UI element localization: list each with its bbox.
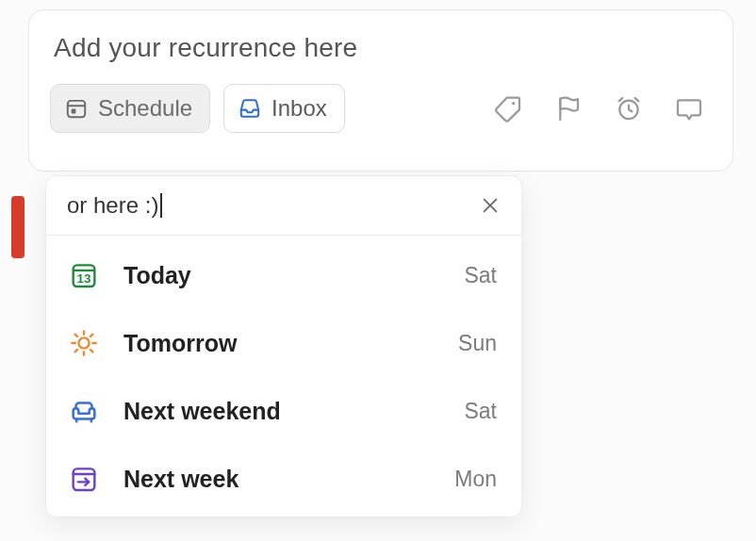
- svg-line-16: [75, 350, 77, 352]
- close-icon[interactable]: [476, 191, 504, 220]
- popover-search-text: or here :): [67, 192, 158, 219]
- popover-search-input[interactable]: or here :): [67, 192, 476, 219]
- inbox-button-label: Inbox: [271, 95, 327, 122]
- tag-icon[interactable]: [491, 91, 525, 125]
- app-accent-strip: [11, 196, 25, 258]
- calendar-today-icon: 13: [67, 258, 101, 292]
- svg-rect-20: [74, 468, 95, 490]
- option-label: Today: [123, 262, 464, 289]
- task-card: Add your recurrence here Schedule: [28, 9, 733, 172]
- svg-rect-2: [72, 109, 76, 114]
- task-actions-row: Schedule Inbox: [50, 84, 712, 133]
- schedule-option-next-week[interactable]: Next week Mon: [46, 445, 521, 513]
- inbox-icon: [238, 96, 262, 121]
- divider: [46, 235, 521, 236]
- alarm-icon[interactable]: [612, 91, 646, 125]
- option-label: Tomorrow: [123, 330, 458, 357]
- text-caret: [160, 193, 162, 218]
- flag-icon[interactable]: [551, 91, 585, 125]
- inbox-button[interactable]: Inbox: [223, 84, 345, 133]
- option-day: Sat: [464, 399, 497, 424]
- calendar-icon: [64, 96, 89, 121]
- svg-line-15: [90, 350, 92, 352]
- sun-icon: [67, 326, 101, 360]
- option-day: Sat: [464, 263, 497, 288]
- task-tool-icons: [491, 91, 712, 125]
- comment-icon[interactable]: [672, 91, 706, 125]
- popover-search-row: or here :): [46, 176, 521, 235]
- svg-point-9: [78, 337, 89, 348]
- schedule-option-next-weekend[interactable]: Next weekend Sat: [46, 377, 521, 445]
- svg-line-17: [90, 335, 92, 336]
- calendar-date-num: 13: [77, 271, 91, 286]
- schedule-option-today[interactable]: 13 Today Sat: [46, 241, 521, 309]
- schedule-popover: or here :) 13 Today Sat: [45, 175, 522, 517]
- option-label: Next week: [123, 466, 454, 493]
- option-day: Sun: [458, 331, 497, 356]
- option-day: Mon: [454, 467, 497, 492]
- svg-rect-0: [68, 101, 85, 117]
- schedule-button[interactable]: Schedule: [50, 84, 210, 133]
- schedule-button-label: Schedule: [98, 95, 192, 122]
- svg-point-3: [512, 102, 515, 105]
- svg-line-14: [75, 335, 77, 336]
- option-label: Next weekend: [123, 398, 464, 425]
- schedule-option-tomorrow[interactable]: Tomorrow Sun: [46, 309, 521, 377]
- task-title-input[interactable]: Add your recurrence here: [54, 33, 708, 63]
- couch-icon: [67, 394, 101, 428]
- arrow-right-box-icon: [67, 462, 101, 496]
